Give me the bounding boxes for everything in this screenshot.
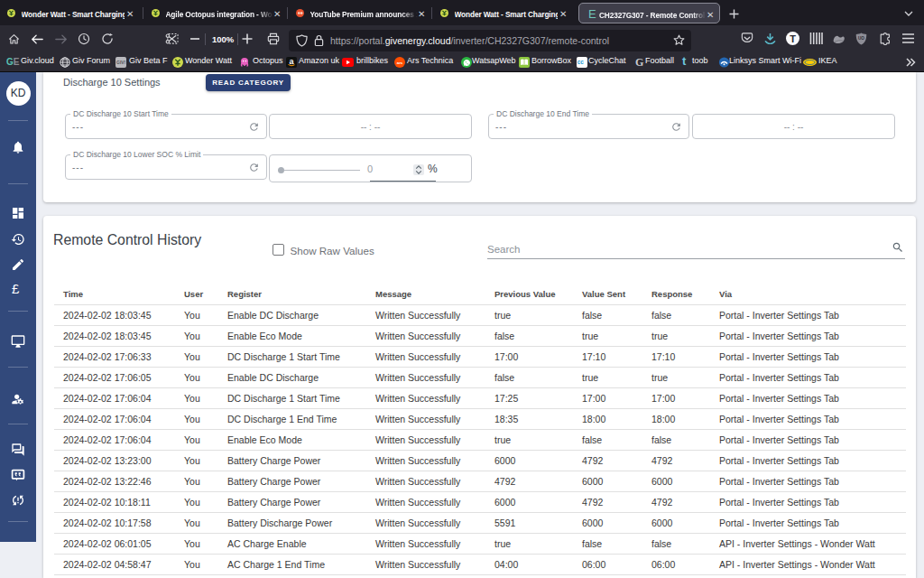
svg-text:UO: UO [858, 36, 864, 41]
svg-text:ars: ars [397, 61, 403, 65]
